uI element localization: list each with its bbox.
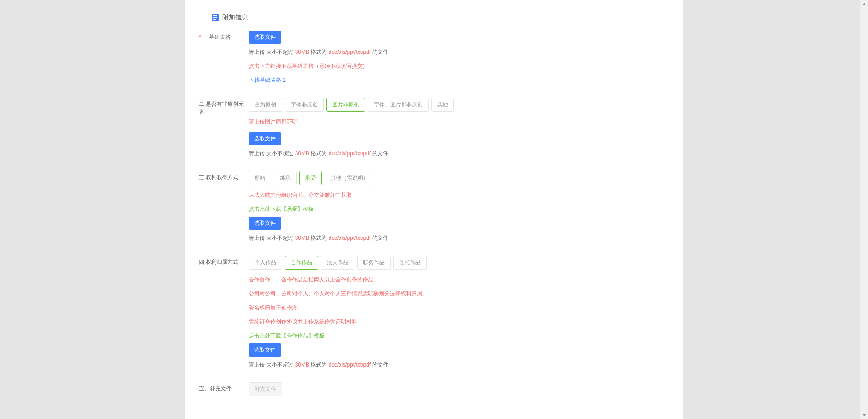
form-row-non-original: 二.是否有非原创元素 全为原创 字体非原创 图片非原创 字体、图片都非原创 其他…	[199, 98, 669, 157]
section-title: 附加信息	[222, 14, 248, 22]
warn-merger-split: 从法人或其他组织合并、分立及兼并中获取	[249, 191, 669, 199]
label-basic-table: *一.基础表格	[199, 31, 249, 84]
tag-personal-work[interactable]: 个人作品	[249, 256, 282, 270]
supplementary-file-button[interactable]: 补充文件	[249, 382, 282, 396]
warn-agreement-upload: 需签订合作创作协议并上传系统作为证明材料	[249, 318, 669, 326]
warn-collab-def: 合作创作——合作作品是指两人以上合作创作的作品。	[249, 276, 669, 284]
tag-duty-work[interactable]: 职务作品	[357, 256, 391, 270]
form-row-rights-acquisition: 三.权利取得方式 原始 继承 承受 其他（需说明） 从法人或其他组织合并、分立及…	[199, 171, 669, 242]
select-file-button[interactable]: 选取文件	[249, 343, 281, 357]
download-template-collab[interactable]: 点击此处下载【合作作品】模板	[249, 332, 669, 340]
tag-inherit[interactable]: 继承	[274, 171, 297, 185]
warn-attribution: 署名权归属于创作方。	[249, 304, 669, 312]
select-file-button[interactable]: 选取文件	[249, 31, 281, 44]
tag-all-original[interactable]: 全为原创	[249, 98, 282, 112]
select-file-button[interactable]: 选取文件	[249, 217, 281, 230]
label-supplementary: 五、补充文件	[199, 382, 249, 396]
upload-hint: 请上传 大小不超过 30MB 格式为 doc/xls/ppt/txt/pdf 的…	[249, 234, 669, 242]
tag-group-rights-acquisition: 原始 继承 承受 其他（需说明）	[249, 171, 669, 185]
select-file-button[interactable]: 选取文件	[249, 132, 281, 145]
download-warning: 点击下方链接下载基础表格（必须下载填写提交）	[249, 62, 669, 70]
download-template-accept[interactable]: 点击此处下载【承受】模板	[249, 205, 669, 213]
content-basic-table: 选取文件 请上传 大小不超过 30MB 格式为 doc/xls/ppt/txt/…	[249, 31, 669, 84]
tag-collaborative-work[interactable]: 合作作品	[285, 256, 318, 270]
document-icon	[212, 14, 219, 21]
scroll-track[interactable]	[860, 8, 868, 411]
tag-font-non-original[interactable]: 字体非原创	[285, 98, 324, 112]
warn-upload-proof: 请上传图片商用证明	[249, 118, 669, 126]
tag-legal-person-work[interactable]: 法人作品	[321, 256, 354, 270]
tag-other-explain[interactable]: 其他（需说明）	[325, 171, 374, 185]
upload-hint: 请上传 大小不超过 30MB 格式为 doc/xls/ppt/txt/pdf 的…	[249, 48, 669, 56]
content-non-original: 全为原创 字体非原创 图片非原创 字体、图片都非原创 其他 请上传图片商用证明 …	[249, 98, 669, 157]
form-row-rights-ownership: 四.权利归属方式 个人作品 合作作品 法人作品 职务作品 委托作品 合作创作——…	[199, 256, 669, 369]
tag-other[interactable]: 其他	[431, 98, 454, 112]
form-container: 附加信息 *一.基础表格 选取文件 请上传 大小不超过 30MB 格式为 doc…	[185, 0, 683, 419]
tag-original[interactable]: 原始	[249, 171, 271, 185]
tag-image-non-original[interactable]: 图片非原创	[326, 98, 365, 112]
tag-commissioned-work[interactable]: 委托作品	[393, 256, 427, 270]
tag-group-non-original: 全为原创 字体非原创 图片非原创 字体、图片都非原创 其他	[249, 98, 669, 112]
upload-hint: 请上传 大小不超过 30MB 格式为 doc/xls/ppt/txt/pdf 的…	[249, 361, 669, 369]
download-link-basic-table[interactable]: 下载基础表格 1	[249, 76, 669, 84]
scroll-down-arrow[interactable]	[860, 411, 868, 419]
label-non-original: 二.是否有非原创元素	[199, 98, 249, 157]
divider-line	[199, 18, 208, 18]
form-row-basic-table: *一.基础表格 选取文件 请上传 大小不超过 30MB 格式为 doc/xls/…	[199, 31, 669, 84]
form-row-supplementary: 五、补充文件 补充文件	[199, 382, 669, 396]
label-rights-acquisition: 三.权利取得方式	[199, 171, 249, 242]
label-rights-ownership: 四.权利归属方式	[199, 256, 249, 369]
section-header-additional-info: 附加信息	[199, 14, 669, 22]
content-supplementary: 补充文件	[249, 382, 669, 396]
tag-accept[interactable]: 承受	[299, 171, 322, 185]
upload-hint: 请上传 大小不超过 30MB 格式为 doc/xls/ppt/txt/pdf 的…	[249, 150, 669, 157]
tag-both-non-original[interactable]: 字体、图片都非原创	[368, 98, 429, 112]
scroll-up-arrow[interactable]	[860, 0, 868, 8]
vertical-scrollbar[interactable]	[860, 0, 868, 419]
content-rights-acquisition: 原始 继承 承受 其他（需说明） 从法人或其他组织合并、分立及兼并中获取 点击此…	[249, 171, 669, 242]
warn-ownership-division: 公司对公司、公司对个人、个人对个人三种情况需明确划分选择权利归属。	[249, 290, 669, 298]
required-mark: *	[199, 34, 201, 40]
tag-group-rights-ownership: 个人作品 合作作品 法人作品 职务作品 委托作品	[249, 256, 669, 270]
content-rights-ownership: 个人作品 合作作品 法人作品 职务作品 委托作品 合作创作——合作作品是指两人以…	[249, 256, 669, 369]
